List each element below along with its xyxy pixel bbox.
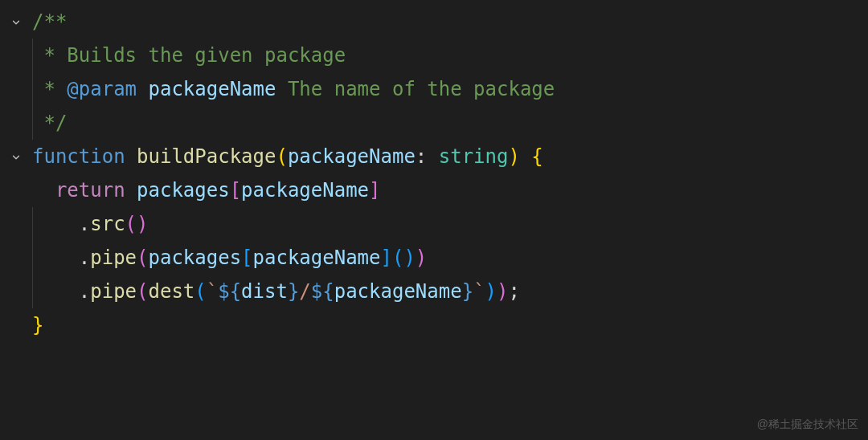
token: } <box>462 280 473 303</box>
code-line[interactable]: * Builds the given package <box>0 39 868 72</box>
token: ${ <box>311 280 334 303</box>
token: [ <box>241 246 252 269</box>
token: pipe <box>90 280 137 303</box>
token: buildPackage <box>137 145 276 168</box>
token: ) <box>497 280 508 303</box>
token: ${ <box>218 280 241 303</box>
token: : <box>416 145 439 168</box>
code-content[interactable]: function buildPackage(packageName: strin… <box>32 140 868 173</box>
code-content[interactable]: * Builds the given package <box>32 39 868 72</box>
token: * Builds the given package <box>32 44 346 67</box>
token: packageName <box>334 280 462 303</box>
token: [ <box>230 179 241 202</box>
code-line[interactable]: .src() <box>0 207 868 241</box>
token: dist <box>241 280 288 303</box>
code-line[interactable]: return packages[packageName] <box>0 173 868 207</box>
indent-guide <box>32 275 33 308</box>
code-content[interactable]: /** <box>32 5 868 39</box>
token: ( <box>392 246 403 269</box>
fold-gutter[interactable] <box>0 140 32 151</box>
token: ( <box>194 280 206 303</box>
code-line[interactable]: } <box>0 308 868 342</box>
token: packages <box>137 179 230 202</box>
token: string <box>439 145 509 168</box>
token <box>125 179 137 202</box>
code-line[interactable]: function buildPackage(packageName: strin… <box>0 140 868 173</box>
token: { <box>531 145 542 168</box>
token: packageName <box>253 246 381 269</box>
watermark-text: @稀土掘金技术社区 <box>757 414 858 434</box>
code-line[interactable]: * @param packageName The name of the pac… <box>0 72 868 106</box>
code-content[interactable]: return packages[packageName] <box>32 173 868 207</box>
chevron-down-icon[interactable] <box>10 5 22 16</box>
token: packageName <box>288 145 416 168</box>
token <box>520 145 531 168</box>
token: ` <box>207 280 218 303</box>
token: ] <box>369 179 380 202</box>
token: ( <box>276 145 287 168</box>
token <box>137 78 148 100</box>
token: ) <box>403 246 415 269</box>
token: packages <box>149 246 242 269</box>
token: . <box>79 213 90 235</box>
token: ] <box>381 246 392 269</box>
indent-guide <box>32 39 33 72</box>
indent <box>32 179 55 202</box>
token: ` <box>473 280 485 303</box>
token: * <box>32 78 67 100</box>
token: ( <box>137 280 148 303</box>
token: ( <box>137 246 148 269</box>
code-line[interactable]: /** <box>0 5 868 39</box>
token: ; <box>508 280 519 303</box>
token: ( <box>125 213 137 235</box>
token: @param <box>67 78 137 100</box>
token: . <box>79 280 90 303</box>
fold-gutter[interactable] <box>0 5 32 16</box>
chevron-down-icon[interactable] <box>10 140 22 151</box>
token: pipe <box>90 246 137 269</box>
token: . <box>79 246 90 269</box>
token: packageName <box>241 179 369 202</box>
indent-guide <box>32 72 33 106</box>
code-content[interactable]: */ <box>32 106 868 140</box>
token <box>125 145 137 168</box>
code-line[interactable]: .pipe(packages[packageName]()) <box>0 241 868 275</box>
code-editor[interactable]: /** * Builds the given package * @param … <box>0 5 868 342</box>
token: / <box>299 280 310 303</box>
indent <box>32 280 79 303</box>
token: ) <box>137 213 148 235</box>
code-content[interactable]: } <box>32 308 868 342</box>
code-content[interactable]: .pipe(packages[packageName]()) <box>32 241 868 275</box>
code-line[interactable]: */ <box>0 106 868 140</box>
indent-guide <box>32 106 33 140</box>
token: The name of the package <box>276 78 555 100</box>
indent-guide <box>32 207 33 241</box>
token: src <box>90 213 125 235</box>
token: ) <box>485 280 497 303</box>
code-content[interactable]: .src() <box>32 207 868 241</box>
code-line[interactable]: .pipe(dest(`${dist}/${packageName}`)); <box>0 275 868 308</box>
token: packageName <box>149 78 276 100</box>
token: } <box>32 314 43 336</box>
token: */ <box>32 112 67 134</box>
token: } <box>288 280 299 303</box>
token: ) <box>508 145 519 168</box>
token: return <box>55 179 125 202</box>
code-content[interactable]: * @param packageName The name of the pac… <box>32 72 868 106</box>
code-content[interactable]: .pipe(dest(`${dist}/${packageName}`)); <box>32 275 868 308</box>
indent <box>32 213 79 235</box>
token: /** <box>32 10 67 33</box>
token: ) <box>416 246 427 269</box>
token: dest <box>149 280 195 303</box>
indent <box>32 246 79 269</box>
token: function <box>32 145 125 168</box>
indent-guide <box>32 241 33 275</box>
